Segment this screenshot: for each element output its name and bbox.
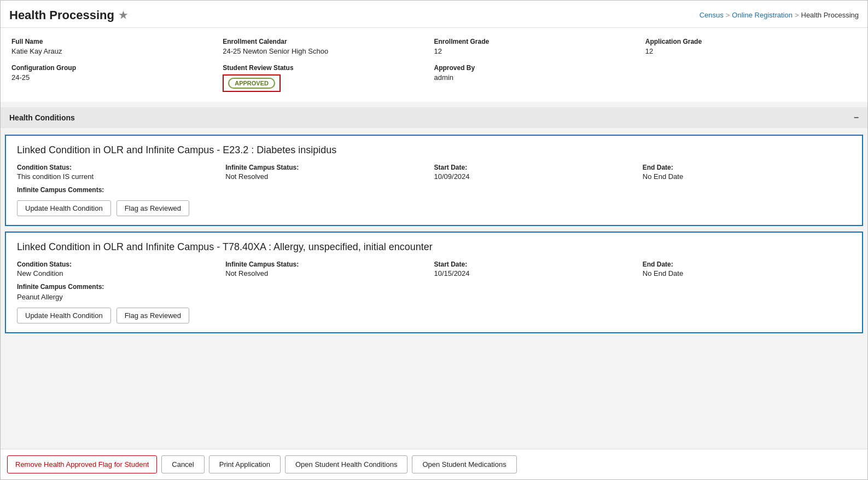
- conditions-area: Linked Condition in OLR and Infinite Cam…: [1, 132, 867, 341]
- health-conditions-header: Health Conditions −: [1, 107, 867, 128]
- comments-value-2: Peanut Allergy: [17, 293, 63, 301]
- condition-card-1: Linked Condition in OLR and Infinite Cam…: [5, 135, 863, 226]
- condition-details-grid-1: Condition Status: This condition IS curr…: [17, 164, 851, 181]
- breadcrumb: Census > Online Registration > Health Pr…: [700, 11, 859, 19]
- start-date-value-2: 10/15/2024: [434, 269, 470, 277]
- header-bar: Health Processing ★ Census > Online Regi…: [1, 1, 867, 28]
- health-conditions-section: Health Conditions − Linked Condition in …: [1, 107, 867, 341]
- end-date-value-2: No End Date: [643, 269, 683, 277]
- ic-status-2: Infinite Campus Status: Not Resolved: [225, 261, 434, 277]
- info-grid: Full Name Katie Kay Arauz Enrollment Cal…: [11, 38, 857, 92]
- condition-comments-1: Infinite Campus Comments:: [17, 186, 851, 194]
- enrollment-grade-value: 12: [434, 47, 442, 55]
- breadcrumb-sep-1: >: [726, 11, 730, 19]
- condition-status-label-1: Condition Status:: [17, 164, 225, 171]
- end-date-label-2: End Date:: [643, 261, 851, 268]
- config-group-cell: Configuration Group 24-25: [11, 64, 223, 92]
- condition-status-2: Condition Status: New Condition: [17, 261, 225, 277]
- page-title: Health Processing: [9, 8, 114, 22]
- review-status-cell: Student Review Status APPROVED: [223, 64, 434, 92]
- end-date-2: End Date: No End Date: [643, 261, 851, 277]
- application-grade-label: Application Grade: [645, 38, 857, 45]
- page-title-container: Health Processing ★: [9, 8, 127, 22]
- start-date-label-1: Start Date:: [434, 164, 643, 171]
- application-grade-value: 12: [645, 47, 653, 55]
- condition-title-1: Linked Condition in OLR and Infinite Cam…: [17, 144, 851, 156]
- comments-label-1: Infinite Campus Comments:: [17, 186, 851, 194]
- bottom-action-bar: Remove Health Approved Flag for Student …: [1, 449, 867, 479]
- end-date-value-1: No End Date: [643, 172, 683, 181]
- student-info-panel: Full Name Katie Kay Arauz Enrollment Cal…: [1, 28, 867, 102]
- enrollment-calendar-label: Enrollment Calendar: [223, 38, 434, 45]
- end-date-1: End Date: No End Date: [643, 164, 851, 181]
- application-grade-cell: Application Grade 12: [645, 38, 857, 55]
- condition-status-value-1: This condition IS current: [17, 172, 94, 181]
- breadcrumb-sep-2: >: [795, 11, 799, 19]
- remove-health-approved-flag-button[interactable]: Remove Health Approved Flag for Student: [7, 455, 157, 473]
- start-date-1: Start Date: 10/09/2024: [434, 164, 643, 181]
- ic-status-value-2: Not Resolved: [225, 269, 268, 277]
- full-name-cell: Full Name Katie Kay Arauz: [11, 38, 223, 55]
- condition-card-2: Linked Condition in OLR and Infinite Cam…: [5, 232, 863, 333]
- empty-cell: [645, 64, 857, 92]
- ic-status-1: Infinite Campus Status: Not Resolved: [225, 164, 434, 181]
- enrollment-grade-label: Enrollment Grade: [434, 38, 645, 45]
- comments-label-2: Infinite Campus Comments:: [17, 283, 851, 291]
- cancel-button[interactable]: Cancel: [161, 455, 204, 473]
- start-date-2: Start Date: 10/15/2024: [434, 261, 643, 277]
- start-date-label-2: Start Date:: [434, 261, 643, 268]
- review-status-box: APPROVED: [223, 74, 281, 92]
- config-group-label: Configuration Group: [11, 64, 223, 72]
- start-date-value-1: 10/09/2024: [434, 172, 470, 181]
- update-health-condition-button-1[interactable]: Update Health Condition: [17, 200, 111, 216]
- approved-by-label: Approved By: [434, 64, 645, 72]
- full-name-value: Katie Kay Arauz: [11, 47, 62, 55]
- collapse-icon[interactable]: −: [854, 113, 859, 123]
- breadcrumb-online-registration[interactable]: Online Registration: [732, 11, 793, 19]
- condition-comments-2: Infinite Campus Comments: Peanut Allergy: [17, 283, 851, 301]
- breadcrumb-census[interactable]: Census: [700, 11, 724, 19]
- main-content: Full Name Katie Kay Arauz Enrollment Cal…: [1, 28, 867, 449]
- approved-by-value: admin: [434, 73, 453, 82]
- condition-actions-2: Update Health Condition Flag as Reviewed: [17, 308, 851, 323]
- enrollment-grade-cell: Enrollment Grade 12: [434, 38, 645, 55]
- star-icon[interactable]: ★: [119, 9, 127, 21]
- print-application-button[interactable]: Print Application: [209, 455, 281, 473]
- end-date-label-1: End Date:: [643, 164, 851, 171]
- enrollment-calendar-cell: Enrollment Calendar 24-25 Newton Senior …: [223, 38, 434, 55]
- health-conditions-title: Health Conditions: [9, 113, 75, 122]
- condition-status-1: Condition Status: This condition IS curr…: [17, 164, 225, 181]
- condition-actions-1: Update Health Condition Flag as Reviewed: [17, 200, 851, 216]
- review-status-label: Student Review Status: [223, 64, 434, 72]
- ic-status-label-2: Infinite Campus Status:: [225, 261, 434, 268]
- enrollment-calendar-value: 24-25 Newton Senior High Schoo: [223, 47, 328, 55]
- flag-as-reviewed-button-1[interactable]: Flag as Reviewed: [116, 200, 189, 216]
- update-health-condition-button-2[interactable]: Update Health Condition: [17, 308, 111, 323]
- approved-badge: APPROVED: [228, 78, 275, 89]
- config-group-value: 24-25: [11, 73, 30, 82]
- open-student-health-conditions-button[interactable]: Open Student Health Conditions: [285, 455, 407, 473]
- condition-title-2: Linked Condition in OLR and Infinite Cam…: [17, 241, 851, 253]
- breadcrumb-current: Health Processing: [801, 11, 859, 19]
- ic-status-label-1: Infinite Campus Status:: [225, 164, 434, 171]
- open-student-medications-button[interactable]: Open Student Medications: [412, 455, 516, 473]
- ic-status-value-1: Not Resolved: [225, 172, 268, 181]
- flag-as-reviewed-button-2[interactable]: Flag as Reviewed: [116, 308, 189, 323]
- condition-status-value-2: New Condition: [17, 269, 63, 277]
- condition-status-label-2: Condition Status:: [17, 261, 225, 268]
- condition-details-grid-2: Condition Status: New Condition Infinite…: [17, 261, 851, 277]
- full-name-label: Full Name: [11, 38, 223, 45]
- approved-by-cell: Approved By admin: [434, 64, 645, 92]
